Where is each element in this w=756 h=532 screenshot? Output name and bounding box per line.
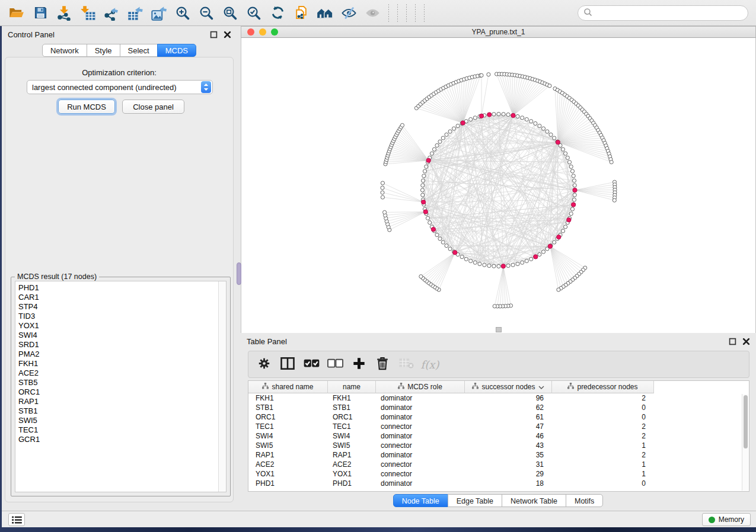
table-row[interactable]: ACE2ACE2connector311 (248, 460, 749, 469)
table-settings-button[interactable] (253, 354, 275, 375)
export-image-button[interactable] (147, 2, 171, 24)
list-item[interactable]: ORC1 (18, 387, 226, 397)
list-item[interactable]: TID3 (18, 312, 226, 321)
float-panel-icon[interactable] (729, 338, 736, 345)
export-network-button[interactable] (100, 2, 123, 24)
search-input[interactable] (596, 9, 748, 17)
table-cell: YOX1 (248, 470, 328, 478)
zoom-fit-button[interactable] (218, 2, 242, 24)
table-row[interactable]: RAP1RAP1dominator352 (248, 450, 749, 460)
list-item[interactable]: STB5 (18, 378, 226, 387)
table-row[interactable]: FKH1FKH1dominator962 (248, 393, 749, 403)
close-panel-icon[interactable] (742, 338, 750, 345)
table-row[interactable]: SWI4SWI4dominator462 (248, 431, 749, 441)
tab-mcds[interactable]: MCDS (157, 44, 196, 57)
refresh-button[interactable] (266, 2, 289, 24)
network-window-titlebar[interactable]: YPA_prune.txt_1 (241, 26, 756, 38)
zoom-out-button[interactable] (194, 2, 218, 24)
clone-network-button[interactable] (289, 2, 313, 24)
table-row[interactable]: TEC1TEC1connector472 (248, 422, 749, 431)
close-panel-icon[interactable] (224, 31, 231, 39)
memory-button[interactable]: Memory (702, 513, 751, 526)
toggle-panel-mode-button[interactable] (277, 354, 298, 375)
splitter-handle[interactable] (237, 262, 241, 285)
list-item[interactable]: STB1 (18, 406, 226, 416)
list-item[interactable]: TEC1 (18, 425, 226, 435)
hide-selected-button[interactable] (337, 2, 361, 24)
select-all-rows-button[interactable] (301, 354, 322, 375)
tab-edge-table[interactable]: Edge Table (448, 494, 502, 507)
list-item[interactable]: SRD1 (18, 340, 226, 350)
table-cell: connector (376, 422, 465, 431)
export-table-button[interactable] (123, 2, 147, 24)
deselect-all-rows-button[interactable] (324, 354, 346, 375)
search-field[interactable] (578, 5, 748, 21)
scrollbar-thumb[interactable] (744, 395, 748, 448)
column-header-predecessor-nodes[interactable]: predecessor nodes (552, 381, 654, 393)
table-row[interactable]: PHD1PHD1dominator180 (248, 479, 749, 488)
list-item[interactable]: PMA2 (18, 350, 226, 359)
zoom-selected-icon (246, 5, 261, 21)
network-canvas[interactable] (241, 38, 756, 333)
clone-docs-icon (294, 5, 309, 21)
add-column-button[interactable] (348, 354, 369, 375)
status-bar: Memory (2, 511, 756, 527)
list-item[interactable]: CAR1 (18, 293, 226, 302)
close-panel-button[interactable]: Close panel (122, 100, 184, 114)
column-header-shared-name[interactable]: shared name (248, 381, 328, 393)
delete-column-button[interactable] (372, 354, 393, 375)
column-header-name[interactable]: name (328, 381, 376, 393)
table-cell: 0 (552, 403, 654, 412)
zoom-in-button[interactable] (171, 2, 194, 24)
column-header-MCDS-role[interactable]: MCDS role (376, 381, 465, 393)
list-item[interactable]: STP4 (18, 302, 226, 312)
list-item[interactable]: RAP1 (18, 397, 226, 406)
table-row[interactable]: ORC1ORC1dominator610 (248, 412, 749, 422)
first-neighbors-button[interactable] (313, 2, 337, 24)
table-scrollbar[interactable] (742, 394, 748, 491)
mcds-result-list[interactable]: PHD1CAR1STP4TID3YOX1SWI4SRD1PMA2FKH1ACE2… (15, 281, 227, 492)
save-icon (34, 6, 47, 20)
network-graph[interactable] (241, 38, 756, 333)
tab-network-table[interactable]: Network Table (502, 494, 566, 507)
list-scrollbar[interactable] (218, 281, 226, 492)
list-item[interactable]: FKH1 (18, 359, 226, 368)
tab-select[interactable]: Select (120, 44, 158, 57)
zoom-selected-button[interactable] (242, 2, 266, 24)
table-row[interactable]: STB1STB1dominator620 (248, 403, 749, 412)
resize-grip[interactable] (496, 327, 502, 332)
check-all-icon (304, 358, 320, 371)
control-panel: Control Panel NetworkStyleSelectMCDS Opt… (2, 26, 237, 511)
column-header-successor-nodes[interactable]: successor nodes (465, 381, 552, 393)
tab-network[interactable]: Network (42, 44, 87, 57)
save-session-button[interactable] (28, 2, 52, 24)
optimization-criterion-select[interactable]: largest connected component (undirected) (27, 80, 213, 94)
table-cell: RAP1 (328, 451, 376, 459)
table-cell: connector (376, 470, 465, 478)
list-item[interactable]: ACE2 (18, 368, 226, 378)
table-cell: dominator (376, 479, 465, 488)
task-history-button[interactable] (8, 513, 25, 526)
float-panel-icon[interactable] (210, 31, 218, 39)
import-network-button[interactable] (52, 2, 76, 24)
list-item[interactable]: SWI5 (18, 416, 226, 425)
table-cell: SWI5 (328, 441, 376, 450)
list-item[interactable]: GCR1 (18, 435, 226, 444)
list-item[interactable]: SWI4 (18, 331, 226, 340)
table-cell: TEC1 (328, 422, 376, 431)
table-row[interactable]: YOX1YOX1connector291 (248, 469, 749, 479)
import-table-button[interactable] (76, 2, 100, 24)
tab-node-table[interactable]: Node Table (393, 494, 448, 507)
sort-chevron-icon (538, 383, 544, 391)
table-cell: 62 (465, 403, 552, 412)
list-item[interactable]: YOX1 (18, 321, 226, 331)
tab-style[interactable]: Style (87, 44, 120, 57)
run-mcds-button[interactable]: Run MCDS (58, 100, 115, 114)
tree-icon (398, 383, 404, 391)
tab-motifs[interactable]: Motifs (566, 494, 603, 507)
table-row[interactable]: SWI5SWI5connector431 (248, 441, 749, 450)
list-item[interactable]: PHD1 (18, 283, 226, 293)
show-all-button[interactable] (361, 2, 384, 24)
open-session-button[interactable] (5, 2, 28, 24)
table-cell: YOX1 (328, 470, 376, 478)
